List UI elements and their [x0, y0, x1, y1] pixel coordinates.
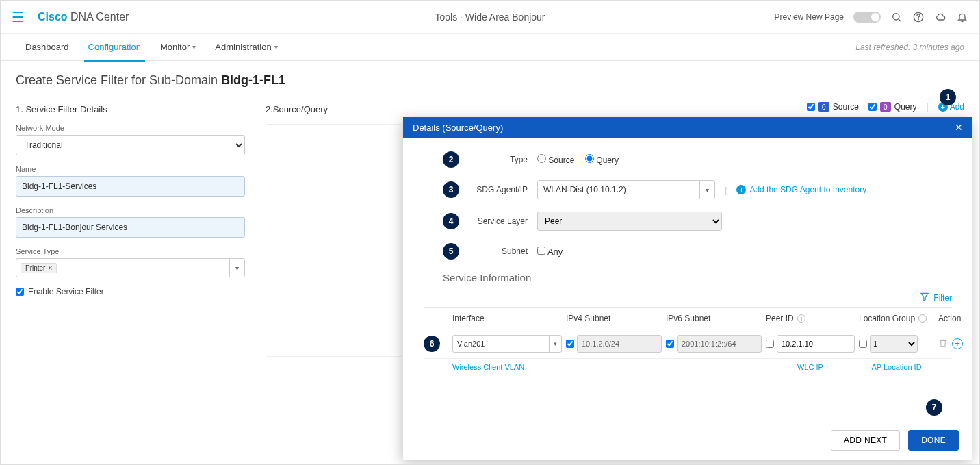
ipv6-checkbox[interactable] [666, 340, 674, 348]
type-query-radio[interactable] [585, 154, 594, 163]
service-type-label: Service Type [16, 247, 245, 255]
details-source-query-panel: Details (Source/Query) ✕ 2 Type Source Q… [403, 117, 972, 460]
svg-point-0 [893, 13, 899, 19]
step-badge-5: 5 [443, 243, 459, 260]
add-sdg-inventory-label: Add the SDG Agent to Inventory [749, 185, 866, 194]
chevron-down-icon[interactable]: ▾ [229, 259, 244, 277]
page-title-domain: Bldg-1-FL1 [221, 73, 285, 87]
peerid-checkbox[interactable] [766, 340, 774, 348]
subnet-any-checkbox-label[interactable]: Any [537, 247, 563, 257]
query-legend-label: Query [894, 102, 917, 112]
subnet-any-checkbox[interactable] [537, 247, 545, 255]
page-title: Create Service Filter for Sub-Domain Bld… [16, 73, 964, 88]
name-label: Name [16, 165, 245, 173]
query-checkbox[interactable] [868, 103, 877, 111]
description-input[interactable] [16, 217, 245, 238]
chip-remove-icon[interactable]: × [48, 264, 52, 272]
service-layer-select[interactable]: Peer [537, 212, 722, 231]
network-mode-select[interactable]: Traditional [16, 135, 245, 155]
info-icon[interactable]: i [918, 314, 927, 323]
type-source-radio-label[interactable]: Source [537, 155, 574, 165]
source-legend[interactable]: 0 Source [807, 102, 859, 112]
svg-point-3 [918, 18, 919, 19]
tab-configuration-label: Configuration [88, 42, 141, 52]
svg-marker-4 [921, 293, 929, 301]
location-group-select[interactable]: 1 [870, 335, 918, 353]
service-info-row: 6 Vlan201 ▾ [424, 329, 952, 359]
service-information-heading: Service Information [443, 272, 952, 284]
brand-dna: DNA Center [68, 11, 129, 23]
step-badge-1: 1 [940, 89, 956, 105]
enable-service-filter-label: Enable Service Filter [28, 287, 104, 297]
step-badge-3: 3 [443, 181, 459, 198]
close-icon[interactable]: ✕ [955, 122, 963, 133]
search-icon[interactable] [890, 11, 903, 23]
chevron-down-icon: ▾ [274, 43, 278, 51]
location-checkbox[interactable] [859, 340, 867, 348]
type-source-text: Source [548, 155, 574, 165]
chevron-down-icon[interactable]: ▾ [699, 181, 714, 199]
page-title-prefix: Create Service Filter for Sub-Domain [16, 73, 221, 87]
done-button[interactable]: DONE [908, 430, 959, 451]
source-checkbox[interactable] [807, 103, 815, 111]
help-icon[interactable] [912, 11, 925, 23]
tab-administration-label: Administration [215, 42, 271, 52]
hint-location: AP Location ID [859, 363, 934, 371]
name-input[interactable] [16, 176, 245, 197]
hint-peerid: WLC IP [766, 363, 855, 371]
sdg-agent-label: SDG Agent/IP [469, 185, 528, 194]
ipv4-input [577, 335, 662, 353]
query-legend[interactable]: 0 Query [868, 102, 917, 112]
type-source-radio[interactable] [537, 154, 546, 163]
source-count-badge: 0 [818, 102, 829, 112]
peerid-input[interactable] [777, 335, 855, 353]
col-action: Action [938, 314, 972, 323]
ipv4-checkbox[interactable] [566, 340, 574, 348]
chevron-down-icon[interactable]: ▾ [549, 336, 561, 352]
network-mode-label: Network Mode [16, 124, 245, 132]
ipv6-input [677, 335, 762, 353]
section-1-title: 1. Service Filter Details [16, 104, 245, 114]
modal-title: Details (Source/Query) [413, 123, 503, 133]
tab-administration[interactable]: Administration▾ [205, 34, 287, 61]
col-peerid: Peer ID i [766, 314, 855, 323]
col-location: Location Group i [859, 314, 934, 323]
tab-monitor[interactable]: Monitor▾ [151, 34, 205, 61]
add-row-icon[interactable]: + [952, 338, 963, 349]
type-label: Type [469, 155, 528, 164]
sdg-agent-combobox[interactable]: WLAN-Dist (10.10.1.2) ▾ [537, 180, 715, 199]
tab-monitor-label: Monitor [160, 42, 190, 52]
preview-toggle[interactable] [853, 12, 881, 23]
last-refreshed: Last refreshed: 3 minutes ago [855, 42, 964, 52]
divider: | [725, 185, 727, 195]
tab-configuration[interactable]: Configuration [79, 34, 151, 61]
service-type-chip[interactable]: Printer × [21, 263, 57, 273]
type-query-radio-label[interactable]: Query [585, 155, 619, 165]
sdg-agent-value: WLAN-Dist (10.10.1.2) [538, 185, 699, 194]
interface-combobox[interactable]: Vlan201 ▾ [452, 335, 562, 353]
preview-new-page-label: Preview New Page [775, 12, 844, 22]
add-next-button[interactable]: ADD NEXT [831, 430, 900, 451]
interface-value: Vlan201 [453, 340, 549, 348]
type-query-text: Query [596, 155, 619, 165]
add-sdg-inventory-link[interactable]: + Add the SDG Agent to Inventory [736, 185, 866, 194]
bell-icon[interactable] [956, 11, 968, 23]
divider: | [927, 102, 929, 112]
brand-cisco: Cisco [38, 11, 68, 23]
tab-dashboard[interactable]: Dashboard [16, 34, 79, 61]
source-legend-label: Source [833, 102, 859, 112]
trash-icon[interactable] [938, 338, 948, 350]
col-ipv6: IPv6 Subnet [666, 314, 762, 323]
enable-service-filter-checkbox[interactable] [16, 288, 24, 296]
step-badge-4: 4 [443, 213, 459, 229]
cloud-icon[interactable] [934, 11, 946, 23]
breadcrumb: Tools · Wide Area Bonjour [435, 12, 545, 23]
filter-icon[interactable] [920, 292, 929, 303]
col-interface: Interface [452, 314, 562, 323]
step-badge-7: 7 [926, 399, 942, 416]
service-type-chip-label: Printer [25, 264, 45, 272]
info-icon[interactable]: i [797, 314, 805, 323]
hamburger-menu-icon[interactable]: ☰ [12, 9, 24, 25]
service-type-multiselect[interactable]: Printer × ▾ [16, 258, 245, 277]
filter-link[interactable]: Filter [933, 293, 952, 303]
